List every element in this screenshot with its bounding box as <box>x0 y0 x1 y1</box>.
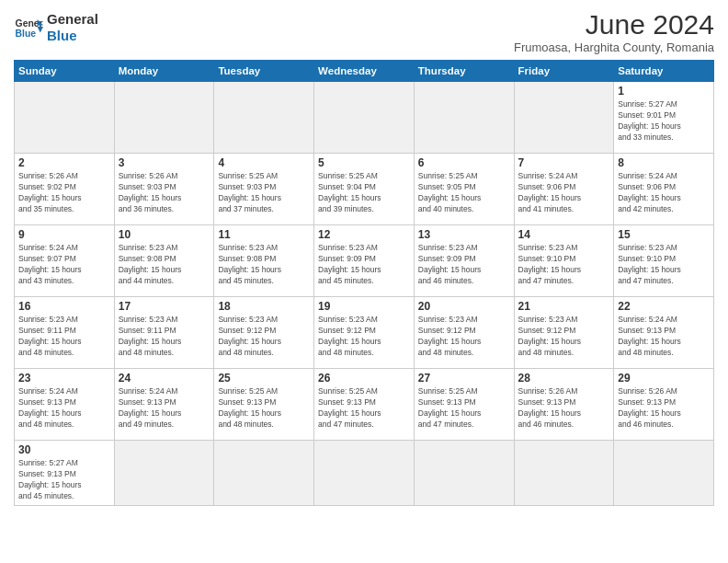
day-number: 24 <box>119 372 210 385</box>
day-number: 28 <box>518 372 610 385</box>
day-number: 4 <box>218 156 310 169</box>
svg-marker-3 <box>38 27 43 32</box>
day-info: Sunrise: 5:24 AM Sunset: 9:06 PM Dayligh… <box>518 171 610 215</box>
calendar-day-cell: 14Sunrise: 5:23 AM Sunset: 9:10 PM Dayli… <box>514 225 614 297</box>
calendar-day-cell <box>614 441 714 506</box>
day-number: 19 <box>318 300 410 313</box>
calendar-week-row: 2Sunrise: 5:26 AM Sunset: 9:02 PM Daylig… <box>15 154 714 225</box>
day-number: 13 <box>418 228 510 241</box>
day-number: 23 <box>18 372 110 385</box>
calendar-day-cell: 20Sunrise: 5:23 AM Sunset: 9:12 PM Dayli… <box>414 297 514 369</box>
day-info: Sunrise: 5:25 AM Sunset: 9:13 PM Dayligh… <box>418 386 510 431</box>
calendar-day-cell <box>15 82 115 154</box>
day-number: 21 <box>518 300 610 313</box>
header-thursday: Thursday <box>414 61 514 82</box>
day-info: Sunrise: 5:24 AM Sunset: 9:13 PM Dayligh… <box>618 315 710 359</box>
day-info: Sunrise: 5:27 AM Sunset: 9:01 PM Dayligh… <box>618 99 710 144</box>
title-block: June 2024 Frumoasa, Harghita County, Rom… <box>514 9 714 54</box>
day-number: 1 <box>618 85 710 98</box>
day-number: 26 <box>318 372 410 385</box>
calendar-day-cell <box>114 82 214 154</box>
calendar-day-cell <box>214 441 314 506</box>
page-header: General Blue General Blue June 2024 Frum… <box>14 9 714 54</box>
calendar-day-cell: 9Sunrise: 5:24 AM Sunset: 9:07 PM Daylig… <box>15 225 115 297</box>
calendar-day-cell: 10Sunrise: 5:23 AM Sunset: 9:08 PM Dayli… <box>114 225 214 297</box>
header-saturday: Saturday <box>614 61 714 82</box>
calendar-day-cell: 16Sunrise: 5:23 AM Sunset: 9:11 PM Dayli… <box>15 297 115 369</box>
calendar-table: Sunday Monday Tuesday Wednesday Thursday… <box>14 60 714 506</box>
calendar-day-cell: 28Sunrise: 5:26 AM Sunset: 9:13 PM Dayli… <box>514 369 614 441</box>
day-info: Sunrise: 5:26 AM Sunset: 9:13 PM Dayligh… <box>618 386 710 431</box>
day-info: Sunrise: 5:24 AM Sunset: 9:13 PM Dayligh… <box>119 386 210 431</box>
calendar-day-cell: 12Sunrise: 5:23 AM Sunset: 9:09 PM Dayli… <box>314 225 415 297</box>
day-number: 9 <box>18 228 110 241</box>
day-info: Sunrise: 5:24 AM Sunset: 9:07 PM Dayligh… <box>18 243 110 287</box>
day-info: Sunrise: 5:27 AM Sunset: 9:13 PM Dayligh… <box>18 458 110 502</box>
calendar-day-cell: 2Sunrise: 5:26 AM Sunset: 9:02 PM Daylig… <box>15 154 115 225</box>
calendar-day-cell: 23Sunrise: 5:24 AM Sunset: 9:13 PM Dayli… <box>15 369 115 441</box>
calendar-day-cell: 11Sunrise: 5:23 AM Sunset: 9:08 PM Dayli… <box>214 225 314 297</box>
calendar-day-cell: 5Sunrise: 5:25 AM Sunset: 9:04 PM Daylig… <box>314 154 415 225</box>
day-info: Sunrise: 5:26 AM Sunset: 9:02 PM Dayligh… <box>18 171 110 215</box>
day-info: Sunrise: 5:23 AM Sunset: 9:11 PM Dayligh… <box>18 315 110 359</box>
calendar-header-row: Sunday Monday Tuesday Wednesday Thursday… <box>15 61 714 82</box>
header-tuesday: Tuesday <box>214 61 314 82</box>
calendar-day-cell: 4Sunrise: 5:25 AM Sunset: 9:03 PM Daylig… <box>214 154 314 225</box>
calendar-day-cell: 25Sunrise: 5:25 AM Sunset: 9:13 PM Dayli… <box>214 369 314 441</box>
calendar-day-cell: 27Sunrise: 5:25 AM Sunset: 9:13 PM Dayli… <box>414 369 514 441</box>
calendar-day-cell: 8Sunrise: 5:24 AM Sunset: 9:06 PM Daylig… <box>614 154 714 225</box>
day-info: Sunrise: 5:23 AM Sunset: 9:08 PM Dayligh… <box>218 243 310 287</box>
calendar-day-cell: 13Sunrise: 5:23 AM Sunset: 9:09 PM Dayli… <box>414 225 514 297</box>
day-info: Sunrise: 5:23 AM Sunset: 9:11 PM Dayligh… <box>119 315 210 359</box>
calendar-day-cell: 1Sunrise: 5:27 AM Sunset: 9:01 PM Daylig… <box>614 82 714 154</box>
day-number: 8 <box>618 156 710 169</box>
day-info: Sunrise: 5:25 AM Sunset: 9:13 PM Dayligh… <box>318 386 410 431</box>
day-info: Sunrise: 5:24 AM Sunset: 9:06 PM Dayligh… <box>618 171 710 215</box>
logo-icon: General Blue <box>14 12 43 41</box>
calendar-week-row: 1Sunrise: 5:27 AM Sunset: 9:01 PM Daylig… <box>15 82 714 154</box>
day-number: 25 <box>218 372 310 385</box>
day-info: Sunrise: 5:23 AM Sunset: 9:08 PM Dayligh… <box>119 243 210 287</box>
logo-general-text: General <box>47 11 98 28</box>
day-info: Sunrise: 5:23 AM Sunset: 9:09 PM Dayligh… <box>318 243 410 287</box>
day-number: 17 <box>119 300 210 313</box>
day-info: Sunrise: 5:25 AM Sunset: 9:03 PM Dayligh… <box>218 171 310 215</box>
day-number: 29 <box>618 372 710 385</box>
day-info: Sunrise: 5:25 AM Sunset: 9:05 PM Dayligh… <box>418 171 510 215</box>
day-info: Sunrise: 5:26 AM Sunset: 9:13 PM Dayligh… <box>518 386 610 431</box>
day-info: Sunrise: 5:24 AM Sunset: 9:13 PM Dayligh… <box>18 386 110 431</box>
day-info: Sunrise: 5:23 AM Sunset: 9:10 PM Dayligh… <box>518 243 610 287</box>
calendar-week-row: 9Sunrise: 5:24 AM Sunset: 9:07 PM Daylig… <box>15 225 714 297</box>
calendar-day-cell: 18Sunrise: 5:23 AM Sunset: 9:12 PM Dayli… <box>214 297 314 369</box>
day-info: Sunrise: 5:25 AM Sunset: 9:04 PM Dayligh… <box>318 171 410 215</box>
calendar-day-cell: 30Sunrise: 5:27 AM Sunset: 9:13 PM Dayli… <box>15 441 115 506</box>
day-number: 3 <box>119 156 210 169</box>
day-info: Sunrise: 5:23 AM Sunset: 9:12 PM Dayligh… <box>218 315 310 359</box>
calendar-day-cell: 3Sunrise: 5:26 AM Sunset: 9:03 PM Daylig… <box>114 154 214 225</box>
day-info: Sunrise: 5:23 AM Sunset: 9:10 PM Dayligh… <box>618 243 710 287</box>
day-number: 11 <box>218 228 310 241</box>
day-number: 27 <box>418 372 510 385</box>
day-info: Sunrise: 5:25 AM Sunset: 9:13 PM Dayligh… <box>218 386 310 431</box>
day-info: Sunrise: 5:26 AM Sunset: 9:03 PM Dayligh… <box>119 171 210 215</box>
day-number: 15 <box>618 228 710 241</box>
day-number: 2 <box>18 156 110 169</box>
calendar-day-cell <box>114 441 214 506</box>
calendar-day-cell <box>214 82 314 154</box>
header-wednesday: Wednesday <box>314 61 415 82</box>
location-subtitle: Frumoasa, Harghita County, Romania <box>514 40 714 54</box>
calendar-day-cell <box>314 441 415 506</box>
calendar-day-cell <box>314 82 415 154</box>
calendar-day-cell <box>414 441 514 506</box>
svg-text:Blue: Blue <box>16 29 37 39</box>
day-number: 14 <box>518 228 610 241</box>
calendar-day-cell: 22Sunrise: 5:24 AM Sunset: 9:13 PM Dayli… <box>614 297 714 369</box>
calendar-day-cell <box>514 82 614 154</box>
calendar-day-cell: 19Sunrise: 5:23 AM Sunset: 9:12 PM Dayli… <box>314 297 415 369</box>
day-number: 6 <box>418 156 510 169</box>
day-number: 20 <box>418 300 510 313</box>
header-sunday: Sunday <box>15 61 115 82</box>
calendar-day-cell: 21Sunrise: 5:23 AM Sunset: 9:12 PM Dayli… <box>514 297 614 369</box>
logo-blue-text: Blue <box>47 28 98 44</box>
day-number: 12 <box>318 228 410 241</box>
